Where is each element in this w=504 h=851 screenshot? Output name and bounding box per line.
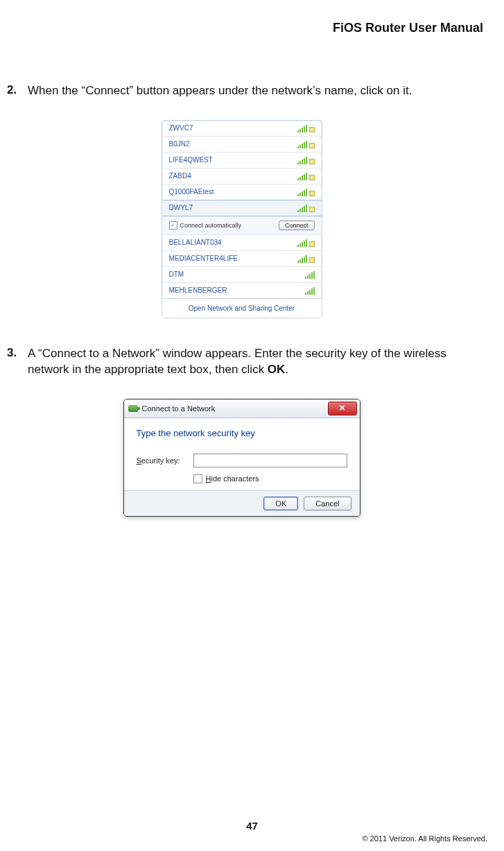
network-item[interactable]: BELLALIANT034 [162,234,322,250]
lock-icon [309,159,315,164]
lock-icon [309,257,315,263]
network-item[interactable]: ZABD4 [162,168,322,184]
connect-auto-checkbox[interactable]: ✓ Connect automatically [169,221,242,230]
network-name: ZABD4 [169,172,191,180]
copyright: © 2011 Verizon. All Rights Reserved. [362,834,487,843]
dialog-body: Type the network security key Security k… [124,418,360,490]
signal-icon [297,239,315,247]
signal-icon [297,204,315,212]
figure-network-flyout: ZWVC7 B0JN2 LIFE4QWEST ZABD4 [7,120,476,318]
content: 2. When the “Connect” button appears und… [0,83,483,517]
network-name: ZWVC7 [169,124,193,132]
signal-icon [297,255,315,263]
checkbox-label: Connect automatically [180,222,242,229]
network-name: DWYL7 [169,204,193,212]
network-flyout: ZWVC7 B0JN2 LIFE4QWEST ZABD4 [162,120,322,318]
connect-button[interactable]: Connect [279,221,315,230]
open-network-center-link[interactable]: Open Network and Sharing Center [162,299,322,318]
network-item[interactable]: B0JN2 [162,136,322,152]
signal-icon [297,188,315,196]
security-key-label: Security key: [137,456,186,465]
network-item[interactable]: ZWVC7 [162,121,322,136]
checkbox-icon [193,474,202,483]
step-text-bold: OK [268,363,286,376]
network-item[interactable]: MEDIACENTER4LIFE [162,250,322,266]
close-button[interactable]: ✕ [328,402,357,415]
signal-icon [297,172,315,180]
dialog-title-group: Connect to a Network [128,404,216,413]
figure-connect-dialog: Connect to a Network ✕ Type the network … [7,399,476,517]
network-name: LIFE4QWEST [169,156,213,164]
checkbox-label: Hide characters [206,474,259,483]
signal-icon [297,124,315,132]
dialog-footer: OK Cancel [124,490,360,516]
lock-icon [309,143,315,148]
network-name: MEHLENBERGER [169,286,227,294]
lock-icon [309,241,315,247]
signal-icon [297,156,315,164]
signal-icon [305,286,315,295]
network-name: B0JN2 [169,140,190,148]
signal-icon [297,140,315,148]
dialog-title: Connect to a Network [142,404,216,413]
network-name: BELLALIANT034 [169,239,222,246]
lock-icon [309,207,315,212]
step-number: 2. [7,83,24,97]
step-text: When the “Connect” button appears under … [28,83,412,99]
signal-icon [305,270,315,279]
network-item[interactable]: DTM [162,266,322,282]
step-number: 3. [7,346,24,360]
step-text-part2: . [285,363,288,376]
document-page: FiOS Router User Manual 2. When the “Con… [0,0,504,851]
dialog-heading: Type the network security key [137,428,347,438]
network-item[interactable]: MEHLENBERGER [162,282,322,298]
step-text: A “Connect to a Network” window appears.… [28,346,476,378]
lock-icon [309,191,315,196]
step-2: 2. When the “Connect” button appears und… [7,83,476,318]
network-item[interactable]: Q1000FAEtest [162,184,322,200]
cancel-button[interactable]: Cancel [304,497,351,510]
dialog-titlebar[interactable]: Connect to a Network ✕ [124,399,360,418]
connect-dialog: Connect to a Network ✕ Type the network … [123,399,360,517]
network-icon [128,405,138,412]
close-icon: ✕ [339,404,345,413]
step-3: 3. A “Connect to a Network” window appea… [7,346,476,517]
network-name: MEDIACENTER4LIFE [169,255,238,262]
network-list: ZWVC7 B0JN2 LIFE4QWEST ZABD4 [162,121,322,299]
connect-row: ✓ Connect automatically Connect [162,216,322,234]
security-key-input[interactable] [193,454,347,467]
network-name: Q1000FAEtest [169,188,214,196]
network-name: DTM [169,270,184,278]
network-item-selected[interactable]: DWYL7 [162,200,322,216]
security-key-row: Security key: [137,454,347,467]
page-number: 47 [0,820,504,832]
ok-button[interactable]: OK [263,497,298,510]
lock-icon [309,175,315,180]
network-item[interactable]: LIFE4QWEST [162,152,322,168]
step-text-part1: A “Connect to a Network” window appears.… [28,347,446,376]
checkbox-icon: ✓ [169,221,177,230]
header-title: FiOS Router User Manual [333,21,483,35]
hide-characters-checkbox[interactable]: Hide characters [193,474,347,483]
lock-icon [309,127,315,132]
